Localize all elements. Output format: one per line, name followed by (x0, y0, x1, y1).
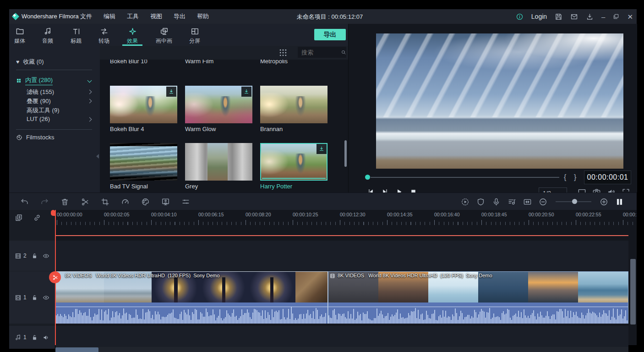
split-scissors-icon[interactable] (81, 198, 89, 206)
panel-collapse-arrow[interactable] (96, 154, 99, 159)
chevron-right-icon[interactable] (87, 90, 92, 94)
restore-button[interactable] (613, 13, 619, 20)
mail-icon[interactable] (570, 13, 578, 21)
grid-view-icon[interactable] (278, 48, 288, 57)
timeline-vscrollbar[interactable] (630, 259, 636, 324)
undo-icon[interactable] (20, 198, 29, 206)
search-icon[interactable] (341, 49, 346, 55)
speed-icon[interactable] (121, 198, 130, 206)
effect-grey[interactable]: Grey (185, 143, 252, 190)
clip-film-icon (330, 273, 335, 279)
download-icon[interactable] (586, 13, 594, 21)
chevron-down-icon[interactable] (87, 78, 92, 83)
sidebar-filmstocks[interactable]: Filmstocks (16, 134, 54, 141)
effects-browser: Bokeh Blur 10 Warm Film Metropolis Bokeh… (100, 46, 348, 192)
title-bar: Wondershare Filmora 文件 编辑 工具 视图 导出 帮助 未命… (9, 9, 637, 24)
tab-pip[interactable]: 画中画 (149, 27, 179, 45)
mute-speaker-icon[interactable] (43, 334, 49, 341)
effect-bad-tv-signal[interactable]: Bad TV Signal (110, 143, 177, 190)
sidebar-item-filters[interactable]: 滤镜 (155) (27, 88, 54, 96)
timeline-clip-1[interactable]: 8K VIDEOS World 8K Videos HDR UltraHD (1… (55, 271, 328, 324)
effect-warm-glow[interactable]: Warm Glow (185, 86, 252, 132)
zoom-out-icon[interactable] (539, 198, 547, 206)
download-badge[interactable] (166, 87, 176, 97)
tab-titles[interactable]: 标题 (61, 27, 91, 45)
timeline-clip-2[interactable]: 8K VIDEOS World 8K Videos HDR UltraHD (1… (328, 271, 628, 324)
chevron-right-icon[interactable] (87, 99, 92, 104)
preview-scrubber-track[interactable] (371, 177, 559, 178)
timeline-hscrollbar[interactable] (55, 347, 628, 352)
sidebar-favorites[interactable]: ♥ 收藏 (0) (16, 58, 44, 66)
menu-help[interactable]: 帮助 (197, 12, 209, 21)
divider (16, 70, 92, 70)
zoom-slider-handle[interactable] (572, 199, 577, 204)
panel-layout-icon[interactable] (615, 198, 624, 206)
minimize-button[interactable]: – (601, 13, 605, 20)
clip-title: 8K VIDEOS World 8K Videos HDR UltraHD (1… (65, 273, 220, 278)
mark-in-button[interactable]: { (564, 173, 566, 182)
tab-transitions[interactable]: 转场 (89, 27, 119, 45)
green-screen-icon[interactable] (161, 198, 170, 206)
search-input[interactable] (298, 49, 341, 56)
export-button[interactable]: 导出 (314, 29, 346, 40)
video-preview[interactable] (376, 33, 623, 169)
download-badge[interactable] (241, 87, 251, 97)
eye-icon[interactable] (43, 253, 49, 259)
effect-brannan[interactable]: Brannan (260, 86, 327, 132)
menu-file[interactable]: 文件 (80, 12, 92, 21)
quick-split-button[interactable] (49, 271, 61, 283)
download-badge[interactable] (317, 144, 327, 154)
tab-splitscreen[interactable]: 分屏 (180, 27, 209, 45)
menu-view[interactable]: 视图 (150, 12, 162, 21)
preview-scrubber-handle[interactable] (365, 175, 370, 180)
delete-icon[interactable] (60, 198, 69, 206)
effects-scrollbar[interactable] (344, 140, 347, 167)
playhead-flag[interactable] (51, 210, 55, 216)
timeline-ruler[interactable]: 00:00:00:0000:00:02:0500:00:04:1000:00:0… (55, 210, 637, 227)
track-lane-video2[interactable] (55, 241, 628, 271)
record-voiceover-icon[interactable] (492, 198, 501, 206)
adjust-sliders-icon[interactable] (181, 198, 190, 206)
mark-out-button[interactable]: } (574, 173, 576, 182)
sidebar-builtin[interactable]: 内置 (280) (16, 76, 53, 85)
tab-effects[interactable]: 效果 (118, 27, 147, 45)
menu-tools[interactable]: 工具 (127, 12, 139, 21)
timeline-zoom-slider[interactable] (556, 201, 591, 202)
save-icon[interactable] (555, 13, 562, 21)
eye-icon[interactable] (43, 294, 49, 301)
marker-icon[interactable] (476, 198, 485, 206)
text-icon (72, 27, 81, 36)
resource-tab-bar: 媒体 音频 标题 转场 效果 画中画 分屏 导出 (9, 24, 348, 46)
close-button[interactable]: ✕ (627, 13, 633, 20)
lock-icon[interactable] (31, 253, 38, 259)
heart-icon: ♥ (16, 59, 19, 65)
lock-icon[interactable] (31, 294, 38, 301)
tab-audio[interactable]: 音频 (33, 27, 62, 45)
playhead[interactable] (55, 210, 56, 345)
zoom-in-icon[interactable] (600, 198, 608, 206)
track-lane-audio1[interactable] (55, 326, 628, 349)
sidebar-item-advanced-tools[interactable]: 高级工具 (9) (27, 106, 60, 115)
crop-icon[interactable] (101, 198, 109, 206)
effect-harry-potter[interactable]: Harry Potter (260, 143, 327, 190)
menu-export[interactable]: 导出 (174, 12, 186, 21)
sidebar-item-overlays[interactable]: 叠覆 (90) (27, 97, 51, 105)
login-button[interactable]: Login (531, 13, 547, 20)
sidebar-item-lut[interactable]: LUT (26) (27, 116, 50, 122)
render-preview-icon[interactable] (461, 198, 469, 206)
audio-mixer-icon[interactable] (508, 198, 516, 206)
effect-bokeh-blur-4[interactable]: Bokeh Blur 4 (110, 86, 177, 132)
link-icon[interactable] (33, 214, 41, 222)
add-track-icon[interactable] (15, 214, 23, 222)
lock-icon[interactable] (31, 334, 38, 341)
info-icon[interactable] (516, 13, 524, 21)
fit-timeline-icon[interactable] (523, 198, 532, 206)
menu-edit[interactable]: 编辑 (104, 12, 115, 21)
chevron-right-icon[interactable] (87, 117, 92, 122)
beach-sky-frame (376, 33, 623, 117)
filmora-logo-icon (12, 13, 19, 20)
redo-icon[interactable] (40, 198, 49, 206)
color-correction-icon[interactable] (141, 198, 150, 206)
tab-media[interactable]: 媒体 (5, 27, 34, 45)
hscrollbar-thumb[interactable] (55, 347, 98, 352)
